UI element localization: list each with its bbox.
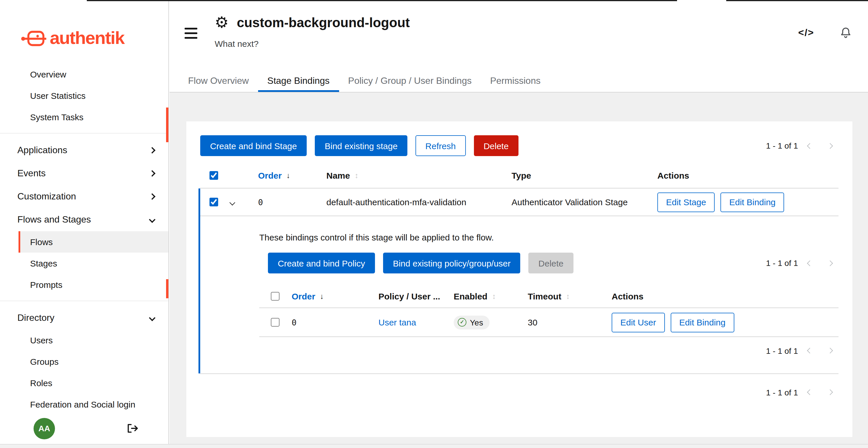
pagination-next-button[interactable]: [822, 345, 838, 356]
chevron-right-icon: [149, 193, 156, 200]
select-all-checkbox[interactable]: [210, 171, 218, 180]
sidebar-item-events[interactable]: Events: [0, 162, 168, 185]
tab-stage-bindings[interactable]: Stage Bindings: [258, 69, 339, 92]
stage-bindings-card: Create and bind Stage Bind existing stag…: [186, 122, 852, 437]
user-link[interactable]: User tana: [378, 317, 416, 327]
chevron-right-icon: [149, 147, 156, 154]
delete-button[interactable]: Delete: [474, 135, 519, 156]
sidebar-item-federation[interactable]: Federation and Social login: [19, 394, 168, 415]
sidebar-scrollbar-thumb[interactable]: [166, 279, 168, 298]
column-header-name[interactable]: Name: [327, 171, 350, 180]
column-header-enabled[interactable]: Enabled: [454, 291, 488, 301]
pagination-label: 1 - 1 of 1: [766, 141, 798, 150]
tab-policy-group-user-bindings[interactable]: Policy / Group / User Bindings: [339, 69, 481, 92]
chevron-left-icon: [807, 143, 813, 148]
refresh-button[interactable]: Refresh: [415, 135, 466, 156]
sort-icon: ↕: [566, 292, 570, 301]
pagination-prev-button[interactable]: [802, 345, 818, 356]
column-header-order[interactable]: Order: [258, 171, 282, 180]
sidebar-item-applications[interactable]: Applications: [0, 139, 168, 162]
policy-table-header: Order ↓ Policy / User ... Enabled ↕: [259, 285, 838, 308]
create-and-bind-stage-button[interactable]: Create and bind Stage: [200, 135, 307, 156]
stage-table: Order ↓ Name ↕ Type Actions: [200, 163, 838, 398]
tab-permissions[interactable]: Permissions: [481, 69, 550, 92]
sidebar-item-prompts[interactable]: Prompts: [19, 274, 168, 296]
authentik-logo[interactable]: authentik: [0, 0, 168, 56]
sidebar-item-groups[interactable]: Groups: [19, 351, 168, 372]
sidebar-item-customization[interactable]: Customization: [0, 185, 168, 208]
enabled-badge-label: Yes: [470, 318, 483, 327]
pagination-bottom: 1 - 1 of 1: [766, 387, 838, 398]
sidebar-item-user-statistics[interactable]: User Statistics: [19, 85, 168, 106]
pagination-next-button[interactable]: [822, 140, 838, 151]
notifications-bell-icon[interactable]: [840, 27, 852, 39]
sidebar-item-label: Flows and Stages: [18, 214, 91, 225]
sidebar-item-flows[interactable]: Flows: [19, 231, 168, 253]
select-all-bindings-checkbox[interactable]: [271, 292, 279, 301]
horizontal-scrollbar[interactable]: [0, 444, 868, 448]
pagination-policy-top: 1 - 1 of 1: [766, 257, 838, 269]
pagination-prev-button[interactable]: [802, 140, 818, 151]
column-header-type: Type: [512, 171, 531, 180]
policy-bindings-table: Order ↓ Policy / User ... Enabled ↕: [259, 285, 838, 337]
edit-binding-button[interactable]: Edit Binding: [720, 192, 784, 212]
delete-policy-binding-button[interactable]: Delete: [529, 253, 574, 273]
enabled-badge: ✓ Yes: [454, 315, 490, 329]
edit-stage-button[interactable]: Edit Stage: [657, 192, 715, 212]
sidebar-item-stages[interactable]: Stages: [19, 253, 168, 274]
app-window: authentik Overview User Statistics Syste…: [0, 0, 868, 448]
chevron-left-icon: [807, 260, 813, 266]
bind-existing-policy-button[interactable]: Bind existing policy/group/user: [383, 253, 521, 273]
authentik-logo-icon: [20, 28, 46, 48]
edit-binding-inner-button[interactable]: Edit Binding: [671, 312, 734, 332]
pagination-prev-button[interactable]: [802, 387, 818, 398]
select-row-checkbox[interactable]: [210, 198, 218, 206]
header-actions: </>: [798, 27, 852, 39]
cell-timeout: 30: [523, 317, 607, 327]
sidebar-item-label: Directory: [18, 313, 54, 323]
logout-icon[interactable]: [127, 423, 138, 434]
sidebar-item-label: Overview: [30, 69, 66, 79]
sidebar-item-label: Stages: [30, 259, 57, 268]
column-header-timeout[interactable]: Timeout: [528, 291, 561, 301]
sidebar-item-label: Applications: [18, 145, 67, 156]
collapse-row-button[interactable]: [226, 193, 239, 211]
chevron-down-icon: [149, 216, 156, 223]
pagination-next-button[interactable]: [822, 387, 838, 398]
avatar[interactable]: AA: [34, 418, 55, 439]
sidebar-item-label: Events: [18, 168, 46, 179]
pagination-next-button[interactable]: [822, 257, 838, 269]
tab-flow-overview[interactable]: Flow Overview: [179, 69, 258, 92]
sidebar-footer: AA: [0, 416, 168, 441]
sidebar-item-overview[interactable]: Overview: [19, 64, 168, 85]
pagination-prev-button[interactable]: [802, 257, 818, 269]
sidebar-item-flows-and-stages[interactable]: Flows and Stages: [0, 208, 168, 231]
card-footer: 1 - 1 of 1: [200, 387, 838, 398]
create-and-bind-policy-button[interactable]: Create and bind Policy: [268, 253, 375, 273]
bind-existing-stage-button[interactable]: Bind existing stage: [315, 135, 407, 156]
sidebar-item-roles[interactable]: Roles: [19, 372, 168, 394]
column-header-policy-user: Policy / User ...: [378, 291, 440, 301]
sidebar-scrollbar-thumb[interactable]: [166, 107, 168, 142]
sidebar-item-users[interactable]: Users: [19, 330, 168, 351]
content-area: Create and bind Stage Bind existing stag…: [169, 93, 868, 437]
column-header-order[interactable]: Order: [292, 291, 315, 301]
pagination-label: 1 - 1 of 1: [766, 346, 798, 355]
sidebar-item-directory[interactable]: Directory: [0, 306, 168, 330]
sidebar-item-system-tasks[interactable]: System Tasks: [19, 106, 168, 128]
stage-row-expanded-region: 0 default-authentication-mfa-validation …: [200, 188, 838, 374]
column-header-actions: Actions: [612, 291, 644, 301]
bindings-description: These bindings control if this stage wil…: [259, 232, 838, 242]
sidebar-item-label: Groups: [30, 357, 58, 367]
main-area: ⚙ custom-background-logout What next? </…: [169, 0, 868, 448]
window-top-edge: [87, 0, 677, 1]
cell-order: 0: [287, 318, 374, 327]
pagination-label: 1 - 1 of 1: [766, 388, 798, 397]
sidebar-toggle-button[interactable]: [185, 28, 197, 39]
sidebar-divider: [0, 301, 168, 301]
edit-user-button[interactable]: Edit User: [612, 312, 664, 332]
api-browser-icon[interactable]: </>: [798, 27, 814, 38]
select-binding-checkbox[interactable]: [271, 318, 279, 326]
chevron-right-icon: [827, 389, 833, 395]
title-block: ⚙ custom-background-logout What next?: [215, 15, 410, 48]
